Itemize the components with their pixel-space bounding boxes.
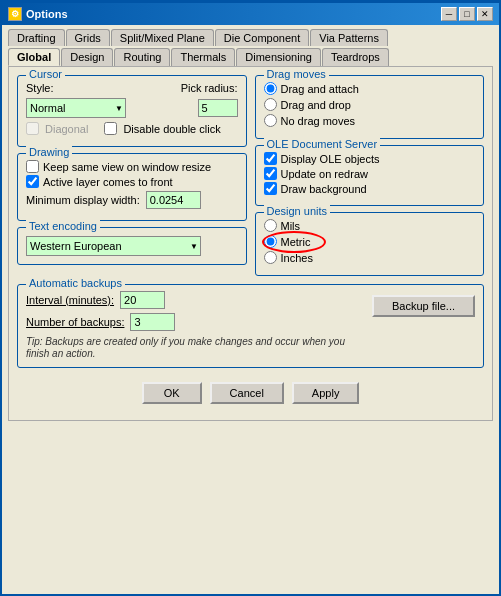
backup-file-button[interactable]: Backup file... [372,295,475,317]
drawing-group-label: Drawing [26,146,72,158]
minimize-button[interactable]: ─ [441,7,457,21]
cancel-button[interactable]: Cancel [210,382,284,404]
drag-moves-label: Drag moves [264,68,329,80]
keep-view-checkbox[interactable] [26,160,39,173]
encoding-select[interactable]: Western European [26,236,201,256]
drag-drop-radio[interactable] [264,98,277,111]
tab-routing[interactable]: Routing [114,48,170,66]
drag-drop-label: Drag and drop [281,99,351,111]
disable-dbl-click-checkbox[interactable] [104,122,117,135]
tab-thermals[interactable]: Thermals [171,48,235,66]
apply-button[interactable]: Apply [292,382,360,404]
right-column: Drag moves Drag and attach Drag and drop… [255,75,485,282]
tab-row-1: Drafting Grids Split/Mixed Plane Die Com… [2,25,499,46]
display-ole-checkbox[interactable] [264,152,277,165]
tab-split-mixed[interactable]: Split/Mixed Plane [111,29,214,46]
tab-drafting[interactable]: Drafting [8,29,65,46]
ole-group: OLE Document Server Display OLE objects … [255,145,485,206]
active-layer-checkbox[interactable] [26,175,39,188]
draw-background-checkbox[interactable] [264,182,277,195]
active-layer-label: Active layer comes to front [43,176,173,188]
drag-attach-radio[interactable] [264,82,277,95]
keep-view-label: Keep same view on window resize [43,161,211,173]
auto-backups-label: Automatic backups [26,277,125,289]
num-backups-label: Number of backups: [26,316,124,328]
drag-attach-label: Drag and attach [281,83,359,95]
tab-die-component[interactable]: Die Component [215,29,309,46]
inches-label: Inches [281,252,313,264]
left-column: Cursor Style: Pick radius: Normal [17,75,247,282]
design-units-group: Design units Mils Metric [255,212,485,276]
tab-dimensioning[interactable]: Dimensioning [236,48,321,66]
tab-via-patterns[interactable]: Via Patterns [310,29,388,46]
no-drag-label: No drag moves [281,115,356,127]
draw-background-label: Draw background [281,183,367,195]
metric-label: Metric [281,236,311,248]
bottom-bar: OK Cancel Apply [17,374,484,412]
tab-global[interactable]: Global [8,48,60,66]
close-button[interactable]: ✕ [477,7,493,21]
app-icon: ⚙ [8,7,22,21]
pick-radius-input[interactable] [198,99,238,117]
mils-label: Mils [281,220,301,232]
update-redraw-label: Update on redraw [281,168,368,180]
diagonal-label: Diagonal [45,123,88,135]
ole-group-label: OLE Document Server [264,138,381,150]
disable-dbl-click-label: Disable double click [123,123,220,135]
titlebar-buttons: ─ □ ✕ [441,7,493,21]
tab-grids[interactable]: Grids [66,29,110,46]
window-title: Options [26,8,68,20]
mils-radio[interactable] [264,219,277,232]
style-select[interactable]: Normal [26,98,126,118]
drawing-group: Drawing Keep same view on window resize … [17,153,247,221]
min-display-input[interactable] [146,191,201,209]
tip-text: Tip: Backups are created only if you mak… [26,335,362,359]
update-redraw-checkbox[interactable] [264,167,277,180]
tab-teardrops[interactable]: Teardrops [322,48,389,66]
text-encoding-label: Text encoding [26,220,100,232]
cursor-group-label: Cursor [26,68,65,80]
drag-moves-group: Drag moves Drag and attach Drag and drop… [255,75,485,139]
cursor-group: Cursor Style: Pick radius: Normal [17,75,247,147]
metric-radio[interactable] [264,235,277,248]
auto-backups-group: Automatic backups Interval (minutes): Nu… [17,284,484,368]
maximize-button[interactable]: □ [459,7,475,21]
tab-row-2: Global Design Routing Thermals Dimension… [2,46,499,66]
interval-label: Interval (minutes): [26,294,114,306]
interval-input[interactable] [120,291,165,309]
metric-highlight-wrapper: Metric [264,235,311,248]
ok-button[interactable]: OK [142,382,202,404]
titlebar-left: ⚙ Options [8,7,68,21]
pick-radius-label: Pick radius: [181,82,238,94]
encoding-select-wrapper: Western European [26,236,201,256]
style-select-wrapper: Normal [26,98,126,118]
style-label: Style: [26,82,54,94]
design-units-label: Design units [264,205,331,217]
text-encoding-group: Text encoding Western European [17,227,247,265]
display-ole-label: Display OLE objects [281,153,380,165]
min-display-label: Minimum display width: [26,194,140,206]
num-backups-input[interactable] [130,313,175,331]
tab-content: Cursor Style: Pick radius: Normal [8,66,493,421]
options-dialog: ⚙ Options ─ □ ✕ Drafting Grids Split/Mix… [0,0,501,596]
tab-design[interactable]: Design [61,48,113,66]
titlebar: ⚙ Options ─ □ ✕ [2,3,499,25]
inches-radio[interactable] [264,251,277,264]
no-drag-radio[interactable] [264,114,277,127]
diagonal-checkbox[interactable] [26,122,39,135]
